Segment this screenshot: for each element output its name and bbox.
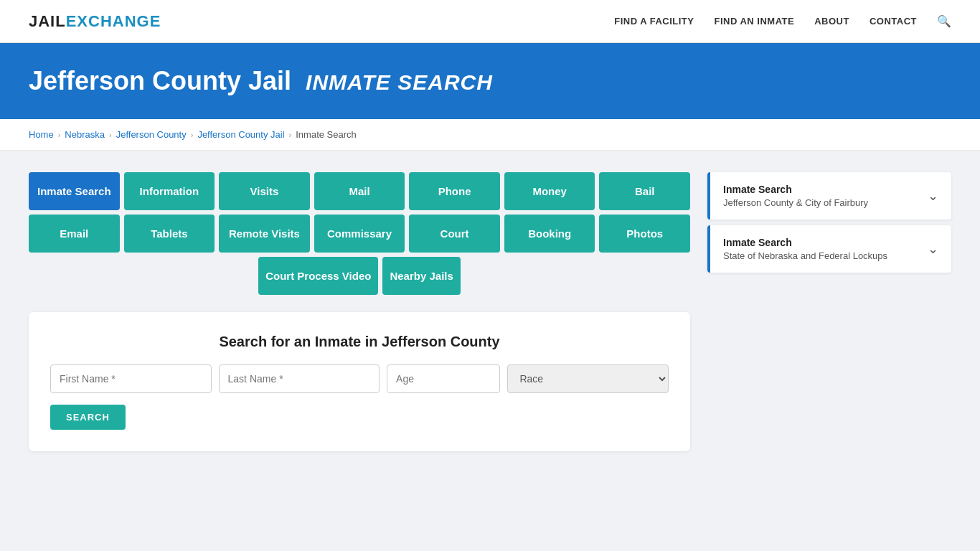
btn-photos[interactable]: Photos	[599, 215, 690, 253]
search-fields: RaceWhiteBlackHispanicAsianOther	[50, 364, 669, 393]
main-content: Inmate Search Information Visits Mail Ph…	[0, 151, 980, 473]
nav-button-grid: Inmate Search Information Visits Mail Ph…	[29, 172, 690, 295]
breadcrumb-sep-2: ›	[109, 131, 112, 139]
search-card-title: Search for an Inmate in Jefferson County	[50, 334, 669, 350]
btn-visits[interactable]: Visits	[219, 172, 310, 210]
nav-about[interactable]: ABOUT	[814, 16, 849, 27]
breadcrumb-home[interactable]: Home	[29, 129, 54, 140]
header-search-icon[interactable]: 🔍	[937, 14, 951, 28]
sidebar-card-2: Inmate Search State of Nebraska and Fede…	[707, 225, 951, 273]
btn-nearby-jails[interactable]: Nearby Jails	[382, 257, 460, 295]
btn-commissary[interactable]: Commissary	[314, 215, 405, 253]
sidebar-item-1-text: Inmate Search Jefferson County & City of…	[723, 184, 868, 208]
main-nav: FIND A FACILITY FIND AN INMATE ABOUT CON…	[614, 14, 951, 28]
sidebar-item-2-chevron: ⌄	[928, 241, 938, 257]
age-input[interactable]	[387, 364, 500, 393]
btn-court-process-video[interactable]: Court Process Video	[258, 257, 378, 295]
left-column: Inmate Search Information Visits Mail Ph…	[29, 172, 690, 451]
hero-title-italic: INMATE SEARCH	[306, 70, 493, 94]
logo-exchange: EXCHANGE	[66, 12, 161, 30]
hero-title-main: Jefferson County Jail	[29, 66, 291, 95]
breadcrumb-current: Inmate Search	[296, 129, 357, 140]
btn-inmate-search[interactable]: Inmate Search	[29, 172, 120, 210]
race-select[interactable]: RaceWhiteBlackHispanicAsianOther	[507, 364, 669, 393]
sidebar-item-2-title: Inmate Search	[723, 237, 887, 248]
inmate-search-card: Search for an Inmate in Jefferson County…	[29, 312, 690, 451]
sidebar-item-2-text: Inmate Search State of Nebraska and Fede…	[723, 237, 887, 261]
btn-court[interactable]: Court	[409, 215, 500, 253]
btn-money[interactable]: Money	[504, 172, 595, 210]
right-sidebar: Inmate Search Jefferson County & City of…	[707, 172, 951, 278]
sidebar-item-1-chevron: ⌄	[928, 188, 938, 204]
sidebar-item-2[interactable]: Inmate Search State of Nebraska and Fede…	[707, 225, 951, 273]
nav-contact[interactable]: CONTACT	[870, 16, 917, 27]
btn-phone[interactable]: Phone	[409, 172, 500, 210]
btn-information[interactable]: Information	[124, 172, 215, 210]
sidebar-card-1: Inmate Search Jefferson County & City of…	[707, 172, 951, 220]
logo-jail: JAIL	[29, 12, 66, 30]
grid-row-3: Court Process Video Nearby Jails	[29, 257, 690, 295]
nav-find-facility[interactable]: FIND A FACILITY	[614, 16, 694, 27]
grid-row-1: Inmate Search Information Visits Mail Ph…	[29, 172, 690, 210]
page-title: Jefferson County Jail INMATE SEARCH	[29, 66, 951, 96]
btn-email[interactable]: Email	[29, 215, 120, 253]
breadcrumb-sep-4: ›	[289, 131, 292, 139]
nav-find-inmate[interactable]: FIND AN INMATE	[714, 16, 794, 27]
btn-tablets[interactable]: Tablets	[124, 215, 215, 253]
sidebar-item-2-subtitle: State of Nebraska and Federal Lockups	[723, 250, 887, 261]
hero-banner: Jefferson County Jail INMATE SEARCH	[0, 43, 980, 119]
breadcrumb-sep-1: ›	[58, 131, 61, 139]
breadcrumb-jail[interactable]: Jefferson County Jail	[197, 129, 284, 140]
header: JAILEXCHANGE FIND A FACILITY FIND AN INM…	[0, 0, 980, 43]
breadcrumb-nebraska[interactable]: Nebraska	[65, 129, 105, 140]
btn-booking[interactable]: Booking	[504, 215, 595, 253]
btn-remote-visits[interactable]: Remote Visits	[219, 215, 310, 253]
btn-bail[interactable]: Bail	[599, 172, 690, 210]
logo[interactable]: JAILEXCHANGE	[29, 12, 161, 31]
sidebar-item-1-subtitle: Jefferson County & City of Fairbury	[723, 197, 868, 208]
search-button[interactable]: SEARCH	[50, 405, 126, 430]
sidebar-item-1[interactable]: Inmate Search Jefferson County & City of…	[707, 172, 951, 220]
breadcrumb-sep-3: ›	[191, 131, 194, 139]
breadcrumb-jefferson-county[interactable]: Jefferson County	[116, 129, 187, 140]
btn-mail[interactable]: Mail	[314, 172, 405, 210]
last-name-input[interactable]	[219, 364, 380, 393]
first-name-input[interactable]	[50, 364, 212, 393]
sidebar-item-1-title: Inmate Search	[723, 184, 868, 195]
grid-row-2: Email Tablets Remote Visits Commissary C…	[29, 215, 690, 253]
breadcrumb: Home › Nebraska › Jefferson County › Jef…	[0, 119, 980, 151]
